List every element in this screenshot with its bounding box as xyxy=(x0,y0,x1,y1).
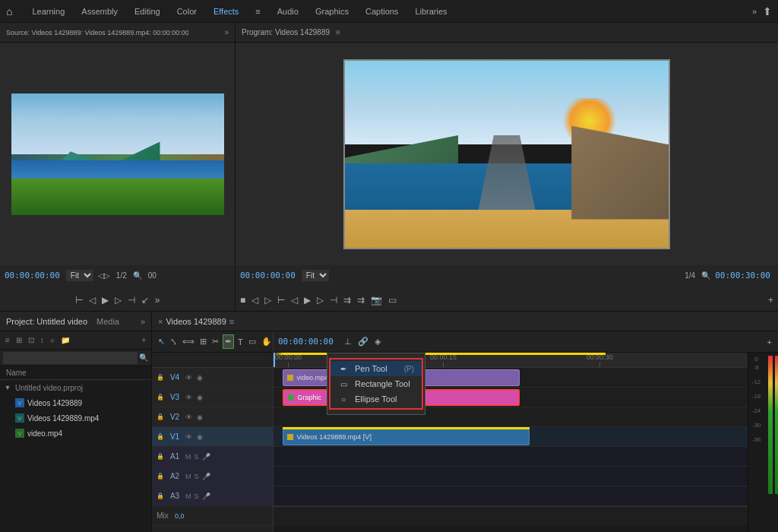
v4-eye[interactable]: 👁 xyxy=(184,373,194,382)
source-insert[interactable]: ↙ xyxy=(141,295,149,306)
track-header-a3: 🔒 A3 M S 🎤 xyxy=(152,486,273,506)
tl-snap[interactable]: ⊥ xyxy=(343,335,353,348)
a2-mic[interactable]: 🎤 xyxy=(201,472,212,481)
program-step-fwd[interactable]: ▷ xyxy=(317,295,324,306)
program-mark-in[interactable]: ◁ xyxy=(251,295,258,306)
proj-sort[interactable]: ↕ xyxy=(38,335,46,345)
tl-markers[interactable]: ◈ xyxy=(373,335,382,348)
v2-eye[interactable]: 👁 xyxy=(184,413,194,422)
source-next-frame[interactable]: ▷ xyxy=(115,295,122,306)
program-play[interactable]: ▶ xyxy=(304,295,311,306)
nav-libraries[interactable]: Libraries xyxy=(407,4,454,19)
program-timeline-bar[interactable] xyxy=(236,285,778,290)
program-menu-icon[interactable]: ≡ xyxy=(336,28,340,36)
proj-item-0[interactable]: V Videos 1429889 xyxy=(0,395,151,410)
proj-new-item[interactable]: + xyxy=(139,335,148,345)
tl-hand-tool[interactable]: ✋ xyxy=(260,335,274,348)
a2-lock[interactable]: 🔒 xyxy=(155,472,166,480)
program-stop[interactable]: ■ xyxy=(240,295,245,306)
program-extra[interactable]: ▭ xyxy=(388,295,397,306)
v4-settings[interactable]: ◉ xyxy=(195,373,204,382)
source-quality[interactable]: 1/2 xyxy=(115,271,128,280)
nav-effects[interactable]: Effects xyxy=(206,4,246,19)
source-expand-btn[interactable]: » xyxy=(224,28,229,36)
program-camera[interactable]: 📷 xyxy=(371,295,382,306)
nav-audio[interactable]: Audio xyxy=(270,4,306,19)
v2-lock[interactable]: 🔒 xyxy=(155,413,166,421)
home-icon[interactable]: ⌂ xyxy=(6,5,12,17)
source-settings-btn[interactable]: 00 xyxy=(147,271,158,280)
proj-freeform[interactable]: ⊡ xyxy=(26,335,36,345)
timeline-close-btn[interactable]: × xyxy=(158,317,163,326)
proj-item-project[interactable]: ▼ Untitled video.prproj xyxy=(0,380,151,395)
proj-list-view[interactable]: ≡ xyxy=(3,335,12,345)
playhead[interactable] xyxy=(274,353,275,367)
v3-eye[interactable]: 👁 xyxy=(184,393,194,402)
proj-autom[interactable]: ⟐ xyxy=(48,335,57,345)
source-play[interactable]: ▶ xyxy=(102,295,109,306)
program-go-in[interactable]: ⊢ xyxy=(277,295,285,306)
tl-linked-select[interactable]: 🔗 xyxy=(356,335,370,348)
proj-item-2[interactable]: V video.mp4 xyxy=(0,426,151,441)
nav-graphics[interactable]: Graphics xyxy=(308,4,356,19)
source-zoom-icon[interactable]: 🔍 xyxy=(131,271,144,280)
source-mark-out[interactable]: ⊣ xyxy=(128,295,135,306)
program-add-btn[interactable]: + xyxy=(768,295,773,306)
program-fit-dropdown[interactable]: Fit xyxy=(302,270,329,281)
program-zoom-icon[interactable]: 🔍 xyxy=(700,271,712,280)
nav-color[interactable]: Color xyxy=(169,4,204,19)
v3-settings[interactable]: ◉ xyxy=(195,393,204,402)
proj-icon-view[interactable]: ⊞ xyxy=(14,335,24,345)
nav-captions[interactable]: Captions xyxy=(358,4,406,19)
tl-razor-tool[interactable]: ✂ xyxy=(210,335,220,348)
nav-editing[interactable]: Editing xyxy=(127,4,168,19)
tl-add-track[interactable]: + xyxy=(766,336,773,348)
program-go-out[interactable]: ⊣ xyxy=(330,295,337,306)
export-icon[interactable]: ⬆ xyxy=(763,5,772,17)
tl-pen-tool[interactable]: ✒ xyxy=(223,334,234,349)
nav-learning[interactable]: Learning xyxy=(24,4,72,19)
proj-new-bin[interactable]: 📁 xyxy=(59,335,72,345)
a3-mic[interactable]: 🎤 xyxy=(201,492,212,501)
program-shuttle1[interactable]: ⇉ xyxy=(343,295,351,306)
proj-item-1[interactable]: V Videos 1429889.mp4 xyxy=(0,410,151,426)
track-header-v2: 🔒 V2 👁 ◉ xyxy=(152,407,273,427)
nav-assembly[interactable]: Assembly xyxy=(74,4,125,19)
popup-rectangle-tool[interactable]: ▭ Rectangle Tool xyxy=(330,376,422,391)
v3-lock[interactable]: 🔒 xyxy=(155,393,166,401)
program-shuttle2[interactable]: ⇉ xyxy=(357,295,365,306)
a1-mic[interactable]: 🎤 xyxy=(201,452,212,461)
v4-lock[interactable]: 🔒 xyxy=(155,373,166,382)
search-icon[interactable]: 🔍 xyxy=(139,353,148,362)
popup-ellipse-tool[interactable]: ○ Ellipse Tool xyxy=(330,391,422,407)
program-quality[interactable]: 1/4 xyxy=(683,271,697,280)
source-timeline-bar[interactable] xyxy=(0,285,235,290)
tl-track-select[interactable]: ⤣ xyxy=(169,335,179,348)
nav-effects-expand[interactable]: ≡ xyxy=(248,4,267,19)
v2-settings[interactable]: ◉ xyxy=(195,413,204,422)
a3-lock[interactable]: 🔒 xyxy=(155,492,166,500)
v1-lock[interactable]: 🔒 xyxy=(155,432,166,441)
source-fit-dropdown[interactable]: Fit xyxy=(66,270,93,281)
tl-type-tool[interactable]: T xyxy=(236,336,245,348)
source-ctrl-1[interactable]: ◁▷ xyxy=(96,271,112,280)
v1-eye[interactable]: 👁 xyxy=(184,432,194,442)
popup-pen-tool[interactable]: ✒ Pen Tool (P) xyxy=(330,361,422,376)
source-prev-frame[interactable]: ◁ xyxy=(89,295,96,306)
tl-select-tool[interactable]: ↖ xyxy=(157,335,166,348)
search-input[interactable] xyxy=(3,352,138,364)
nav-expand-icon[interactable]: » xyxy=(752,7,757,16)
program-mark-out[interactable]: ▷ xyxy=(264,295,271,306)
source-mark-in[interactable]: ⊢ xyxy=(75,295,83,306)
clip-videos-mp4[interactable]: Videos 1429889.mp4 [V] xyxy=(283,429,529,445)
source-expand2[interactable]: » xyxy=(155,295,160,306)
tl-ripple-edit[interactable]: ⟺ xyxy=(181,335,196,348)
project-media-tab[interactable]: Media xyxy=(96,317,119,326)
a1-lock[interactable]: 🔒 xyxy=(155,452,166,461)
project-expand-icon[interactable]: » xyxy=(141,317,145,326)
tl-rolling-edit[interactable]: ⊞ xyxy=(198,335,208,348)
timeline-menu-icon[interactable]: ≡ xyxy=(229,317,234,326)
tl-shape-tool[interactable]: ▭ xyxy=(247,335,258,348)
v1-settings[interactable]: ◉ xyxy=(195,432,204,442)
program-step-back[interactable]: ◁ xyxy=(291,295,298,306)
